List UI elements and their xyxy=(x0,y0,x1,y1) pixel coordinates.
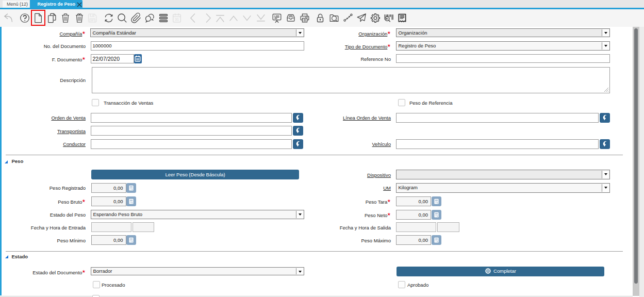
svg-text:31: 31 xyxy=(175,17,179,22)
